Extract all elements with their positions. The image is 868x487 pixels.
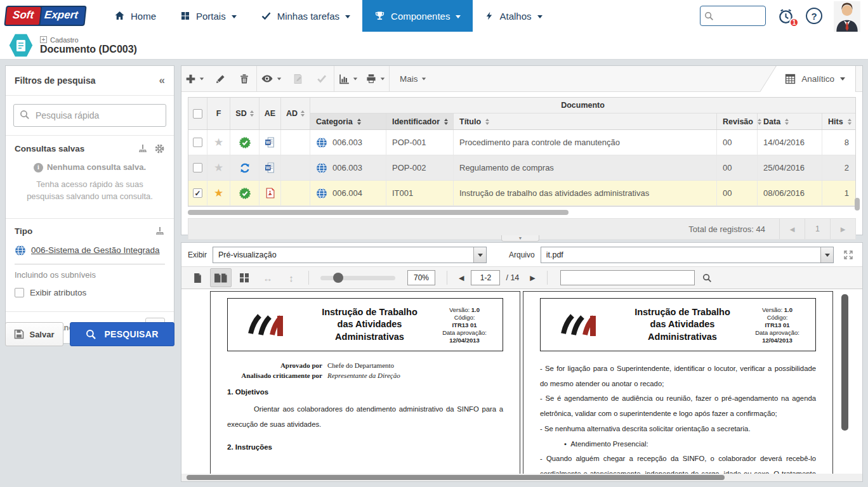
next-page-button[interactable]: ▶ [830, 219, 855, 239]
view-mode-selector[interactable]: Analítico [775, 66, 856, 92]
pdf-vertical-scrollbar[interactable] [841, 294, 848, 431]
breadcrumb-parent[interactable]: Cadastro [40, 36, 137, 44]
chevron-down-icon[interactable] [277, 77, 281, 80]
pdf-horizontal-scrollbar[interactable] [181, 474, 862, 481]
info-icon [34, 163, 43, 172]
scrollbar-thumb[interactable] [187, 475, 725, 480]
col-header-hits[interactable]: Hits [822, 114, 855, 129]
softexpert-logo[interactable]: Soft Expert [5, 6, 86, 26]
nav-componentes[interactable]: Componentes [362, 0, 473, 32]
table-vertical-scrollbar[interactable] [855, 198, 860, 211]
favorite-star-icon[interactable]: ★ [214, 137, 223, 148]
previous-pages-button[interactable]: ◀ [454, 274, 469, 282]
single-page-view-button[interactable] [187, 268, 208, 287]
col-header-ad[interactable]: AD [281, 98, 310, 129]
col-header-sd[interactable]: SD [230, 98, 260, 129]
chevron-down-icon[interactable] [381, 77, 385, 80]
table-horizontal-scrollbar[interactable] [188, 209, 856, 216]
collapse-panel-button[interactable]: « [159, 74, 165, 87]
nav-portais[interactable]: Portais [168, 0, 249, 32]
thumbnails-view-button[interactable] [233, 268, 255, 287]
pdf-file-icon[interactable] [265, 188, 275, 198]
favorite-star-icon[interactable]: ★ [214, 188, 223, 198]
identificador-cell: POP-001 [392, 138, 426, 147]
table-view-icon [785, 74, 796, 84]
pdf-viewer-toolbar: ↔ ↕ 70% ◀ 1-2 / 14 ▶ [181, 266, 862, 289]
global-search-box[interactable] [700, 6, 766, 26]
chart-button[interactable] [334, 66, 362, 91]
view-button[interactable] [257, 66, 286, 91]
nav-minhas-tarefas-label: Minhas tarefas [277, 11, 339, 22]
pdf-page-1: Instrução de Trabalho das Atividades Adm… [210, 291, 520, 474]
col-header-categoria[interactable]: Categoria [310, 114, 386, 129]
pdf-search-input[interactable] [560, 270, 695, 285]
quick-search-input[interactable] [13, 104, 166, 127]
titulo-cell: Regulamento de compras [459, 163, 554, 172]
bolt-icon [485, 11, 494, 21]
clear-filter-icon[interactable] [155, 226, 165, 237]
chevron-down-icon[interactable] [353, 77, 357, 80]
prev-page-button[interactable]: ◀ [779, 219, 805, 239]
col-header-ae[interactable]: AE [260, 98, 281, 129]
search-icon [20, 110, 30, 120]
floppy-icon [14, 329, 24, 339]
pdf-viewer[interactable]: Instrução de Trabalho das Atividades Adm… [181, 289, 862, 474]
chevron-down-icon[interactable] [473, 247, 486, 263]
more-button[interactable]: Mais [390, 66, 437, 91]
two-page-view-button[interactable] [210, 268, 232, 287]
zoom-slider-knob[interactable] [333, 273, 343, 283]
nav-home[interactable]: Home [102, 0, 168, 32]
search-submit-button[interactable]: PESQUISAR [70, 322, 174, 346]
zoom-slider[interactable] [320, 276, 395, 280]
sort-icon [444, 119, 448, 125]
clear-filter-icon[interactable] [138, 144, 148, 154]
word-file-icon[interactable]: W [265, 162, 275, 173]
table-row-selected[interactable]: ★ 006.004 IT001 Instrução de trabalho da… [188, 181, 855, 206]
word-file-icon[interactable]: W [265, 137, 275, 148]
panel-splitter[interactable]: ▼ [501, 235, 539, 242]
col-header-favorite[interactable]: F [207, 98, 230, 129]
nav-atalhos[interactable]: Atalhos [473, 0, 554, 32]
expand-tree-icon[interactable] [40, 36, 47, 43]
chevron-down-icon[interactable] [820, 247, 833, 263]
gear-icon[interactable] [154, 143, 165, 154]
select-all-checkbox[interactable] [193, 109, 202, 119]
arquivo-select[interactable]: it.pdf [541, 247, 834, 263]
table-row[interactable]: ★ W 006.003 POP-001 Procedimento para co… [188, 130, 855, 155]
print-button[interactable] [362, 66, 389, 91]
row-checkbox[interactable] [193, 163, 202, 172]
table-row[interactable]: ★ W 006.003 POP-002 Regulamento de compr… [188, 155, 855, 181]
row-checkbox[interactable] [193, 138, 202, 147]
pending-activities-button[interactable]: 1 [777, 8, 794, 25]
help-button[interactable]: ? [806, 8, 822, 24]
page-count: / 14 [506, 273, 519, 282]
zoom-level[interactable]: 70% [407, 270, 435, 285]
sort-icon [301, 110, 305, 117]
col-header-identificador[interactable]: Identificador [386, 114, 454, 129]
nav-minhas-tarefas[interactable]: Minhas tarefas [249, 0, 362, 32]
preview-panel: Exibir Pré-visualização Arquivo it.pdf ↔… [181, 242, 863, 482]
col-header-titulo[interactable]: Título [454, 114, 717, 129]
page-range-input[interactable]: 1-2 [471, 270, 500, 285]
global-search-input[interactable] [716, 11, 761, 21]
favorite-star-icon[interactable]: ★ [214, 162, 223, 173]
row-checkbox[interactable] [193, 188, 202, 198]
user-avatar[interactable] [834, 1, 860, 32]
pdf-search-button[interactable] [697, 268, 718, 287]
delete-button[interactable] [232, 66, 256, 91]
scrollbar-thumb[interactable] [188, 210, 569, 215]
total-records: Total de registros: 44 [688, 224, 765, 234]
col-header-revisao[interactable]: Revisão [717, 114, 758, 129]
status-released-icon [239, 188, 251, 199]
save-button[interactable]: Salvar [5, 322, 63, 346]
chevron-down-icon[interactable] [200, 77, 204, 80]
exibir-select[interactable]: Pré-visualização [213, 247, 487, 263]
type-filter-link[interactable]: 006-Sistema de Gestão Integrada [15, 245, 165, 256]
add-button[interactable] [181, 66, 208, 91]
data-cell: 08/06/2016 [763, 188, 805, 198]
edit-button[interactable] [208, 66, 232, 91]
col-header-data[interactable]: Data [758, 114, 822, 129]
next-pages-button[interactable]: ▶ [525, 274, 540, 282]
expand-preview-icon[interactable] [843, 250, 853, 260]
show-attributes-checkbox[interactable] [15, 288, 24, 297]
